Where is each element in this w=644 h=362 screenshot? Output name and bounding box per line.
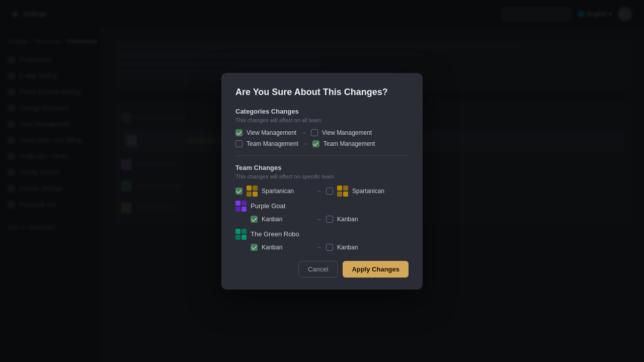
dialog-footer: Cancel Apply Changes: [235, 261, 409, 278]
categories-section: Categories Changes This changes will aff…: [235, 108, 409, 147]
categories-section-subtitle: This changes will affect on all team: [235, 117, 409, 123]
arrow-icon-spartanican: →: [316, 188, 322, 195]
green-robo-from-checkbox[interactable]: [251, 244, 258, 251]
green-robo-name: The Green Robo: [251, 230, 299, 238]
spartanican-to-checkbox[interactable]: [326, 188, 333, 195]
spartanican-from-icon: [247, 186, 258, 197]
green-robo-kanban-row: Kanban → Kanban: [251, 244, 409, 251]
purple-goat-team: Purple Goat Kanban → Kanban: [235, 201, 409, 223]
purple-goat-from-label: Kanban: [262, 216, 312, 223]
categories-section-title: Categories Changes: [235, 108, 409, 115]
team-section-subtitle: This changes will affect on specific tea…: [235, 173, 409, 179]
spartanican-from-checkbox[interactable]: [235, 188, 243, 195]
confirmation-dialog: Are You Sure About This Changes? Categor…: [221, 73, 423, 290]
arrow-icon-purple-goat: →: [316, 216, 322, 223]
green-robo-to-label: Kanban: [337, 244, 387, 251]
modal-overlay: Are You Sure About This Changes? Categor…: [0, 0, 644, 362]
category-to-label-view: View Management: [322, 129, 372, 136]
category-from-label-view: View Management: [247, 129, 297, 136]
spartanican-to-icon: [337, 186, 348, 197]
arrow-icon-1: →: [301, 129, 307, 136]
category-from-checkbox-view[interactable]: [235, 129, 243, 136]
purple-goat-kanban-row: Kanban → Kanban: [251, 216, 409, 223]
category-row-view-management: View Management → View Management: [235, 129, 409, 136]
arrow-icon-2: →: [302, 140, 308, 147]
purple-goat-name: Purple Goat: [251, 202, 285, 210]
purple-goat-to-label: Kanban: [337, 216, 387, 223]
category-to-checkbox-view[interactable]: [311, 129, 318, 136]
category-row-team-management: Team Management → Team Management: [235, 140, 409, 147]
team-section: Team Changes This changes will affect on…: [235, 164, 409, 251]
team-section-title: Team Changes: [235, 164, 409, 171]
spartanican-to-label: Spartanican: [352, 188, 403, 195]
section-divider: [235, 155, 409, 156]
green-robo-to-checkbox[interactable]: [326, 244, 333, 251]
purple-goat-to-checkbox[interactable]: [326, 216, 333, 223]
purple-goat-from-checkbox[interactable]: [251, 216, 258, 223]
spartanican-from-label: Spartanican: [262, 188, 312, 195]
category-to-label-team: Team Management: [324, 140, 375, 147]
purple-goat-icon: [235, 201, 247, 212]
category-from-label-team: Team Management: [247, 140, 298, 147]
apply-changes-button[interactable]: Apply Changes: [343, 261, 409, 278]
spartanican-row: Spartanican → Spartanican: [235, 186, 409, 197]
dialog-title: Are You Sure About This Changes?: [235, 87, 409, 98]
cancel-button[interactable]: Cancel: [298, 261, 338, 278]
green-robo-team: The Green Robo Kanban → Kanban: [235, 229, 409, 251]
category-from-checkbox-team[interactable]: [235, 140, 243, 147]
green-robo-icon: [235, 229, 247, 240]
arrow-icon-green-robo: →: [316, 244, 322, 251]
green-robo-from-label: Kanban: [262, 244, 312, 251]
category-to-checkbox-team[interactable]: [312, 140, 319, 147]
